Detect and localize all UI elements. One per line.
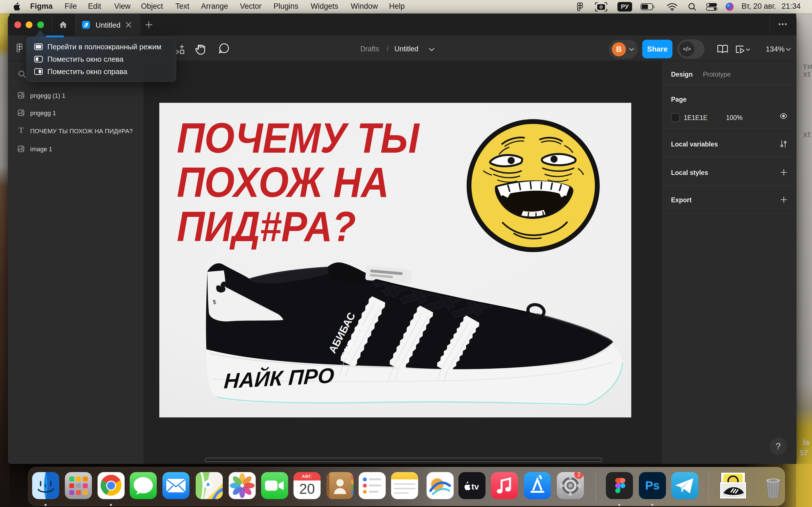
svg-text:tv: tv: [471, 482, 479, 491]
